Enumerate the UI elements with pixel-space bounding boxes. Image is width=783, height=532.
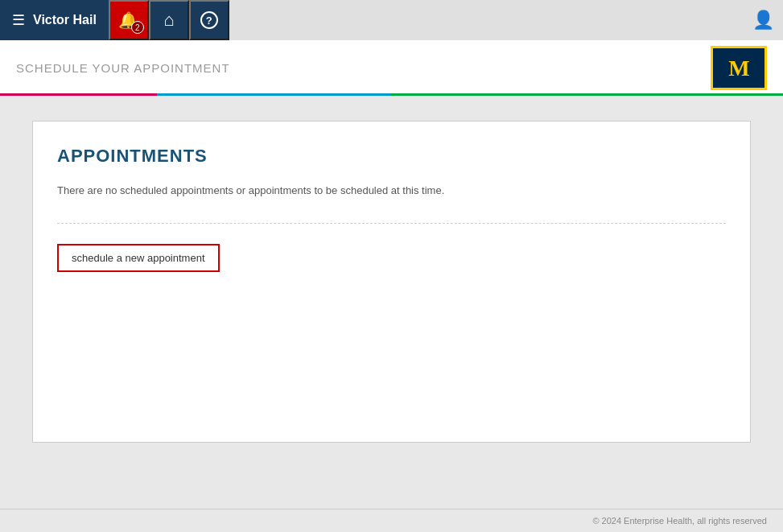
card-divider	[57, 223, 726, 224]
appointments-card: APPOINTMENTS There are no scheduled appo…	[32, 121, 751, 443]
university-logo: M	[711, 46, 767, 90]
notification-badge: 2	[131, 21, 144, 34]
user-icon: 👤	[752, 10, 774, 31]
help-button[interactable]: ?	[189, 0, 229, 40]
copyright-text: © 2024 Enterprise Health, all rights res…	[592, 516, 767, 526]
home-button[interactable]: ⌂	[149, 0, 189, 40]
nav-title: Victor Hail	[33, 13, 97, 27]
main-content: APPOINTMENTS There are no scheduled appo…	[0, 97, 783, 508]
nav-spacer	[229, 0, 743, 40]
nav-brand: ☰ Victor Hail	[0, 0, 109, 40]
nav-icons: 🔔 2 ⌂ ?	[109, 0, 229, 40]
page-title: SCHEDULE YOUR APPOINTMENT	[16, 61, 230, 75]
notifications-button[interactable]: 🔔 2	[109, 0, 149, 40]
page-header: SCHEDULE YOUR APPOINTMENT M	[0, 40, 783, 97]
hamburger-icon[interactable]: ☰	[12, 11, 25, 29]
top-nav: ☰ Victor Hail 🔔 2 ⌂ ? 👤	[0, 0, 783, 40]
help-icon: ?	[200, 11, 218, 29]
schedule-new-appointment-button[interactable]: schedule a new appointment	[57, 244, 220, 272]
appointments-section-title: APPOINTMENTS	[57, 146, 726, 167]
appointments-empty-message: There are no scheduled appointments or a…	[57, 183, 726, 199]
page-footer: © 2024 Enterprise Health, all rights res…	[0, 509, 783, 532]
user-profile-button[interactable]: 👤	[743, 0, 783, 40]
home-icon: ⌂	[163, 10, 174, 31]
